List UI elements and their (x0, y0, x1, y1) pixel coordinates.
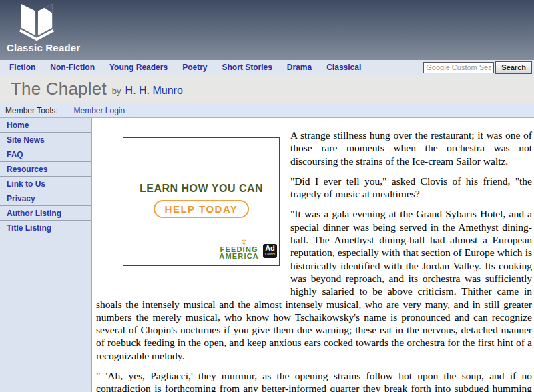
member-login-link[interactable]: Member Login (73, 106, 125, 115)
nav-drama[interactable]: Drama (287, 63, 312, 72)
brand-name: Classic Reader (7, 42, 80, 53)
search-input[interactable] (423, 62, 494, 73)
ad-help-today-button[interactable]: HELP TODAY (154, 200, 250, 218)
ad-council-logo: Ad Council (263, 244, 277, 258)
search-button[interactable]: Search (495, 61, 532, 74)
sidebar-item-link-to-us[interactable]: Link to Us (0, 177, 91, 191)
author-link[interactable]: H. H. Munro (125, 85, 183, 97)
sidebar: Home Site News FAQ Resources Link to Us … (0, 118, 92, 392)
nav-classical[interactable]: Classical (326, 63, 361, 72)
sidebar-item-faq[interactable]: FAQ (0, 147, 91, 162)
america-word: AMERICA (219, 252, 259, 260)
sidebar-item-site-news[interactable]: Site News (0, 133, 91, 147)
member-tools-label: Member Tools: (5, 106, 57, 115)
site-header: Classic Reader (0, 0, 534, 60)
wheat-icon (241, 239, 247, 247)
member-tools-bar: Member Tools: Member Login (0, 103, 534, 118)
ad-headline: LEARN HOW YOU CAN (123, 183, 279, 195)
search-area: Search (423, 61, 532, 74)
main-content: LEARN HOW YOU CAN HELP TODAY FEEDING AME… (92, 118, 534, 392)
nav-fiction[interactable]: Fiction (9, 63, 35, 72)
sidebar-item-resources[interactable]: Resources (0, 162, 91, 177)
sidebar-item-author-listing[interactable]: Author Listing (0, 206, 91, 221)
body-row: Home Site News FAQ Resources Link to Us … (0, 118, 534, 392)
advertisement-banner[interactable]: LEARN HOW YOU CAN HELP TODAY FEEDING AME… (123, 137, 280, 266)
sidebar-item-home[interactable]: Home (0, 118, 91, 133)
byline-word: by (112, 86, 121, 96)
classic-reader-book-logo-icon[interactable] (17, 2, 56, 43)
nav-non-fiction[interactable]: Non-Fiction (50, 63, 95, 72)
sidebar-item-privacy[interactable]: Privacy (0, 191, 91, 206)
nav-poetry[interactable]: Poetry (182, 63, 207, 72)
sidebar-item-title-listing[interactable]: Title Listing (0, 221, 91, 235)
title-bar: The Chaplet by H. H. Munro (0, 75, 534, 103)
nav-young-readers[interactable]: Young Readers (109, 63, 168, 72)
page-title: The Chaplet (11, 79, 107, 99)
nav-short-stories[interactable]: Short Stories (222, 63, 272, 72)
story-paragraph: " 'Ah, yes, Pagliacci,' they murmur, as … (96, 369, 532, 392)
feeding-america-logo: FEEDING AMERICA (219, 246, 259, 259)
main-nav: Fiction Non-Fiction Young Readers Poetry… (0, 60, 534, 75)
